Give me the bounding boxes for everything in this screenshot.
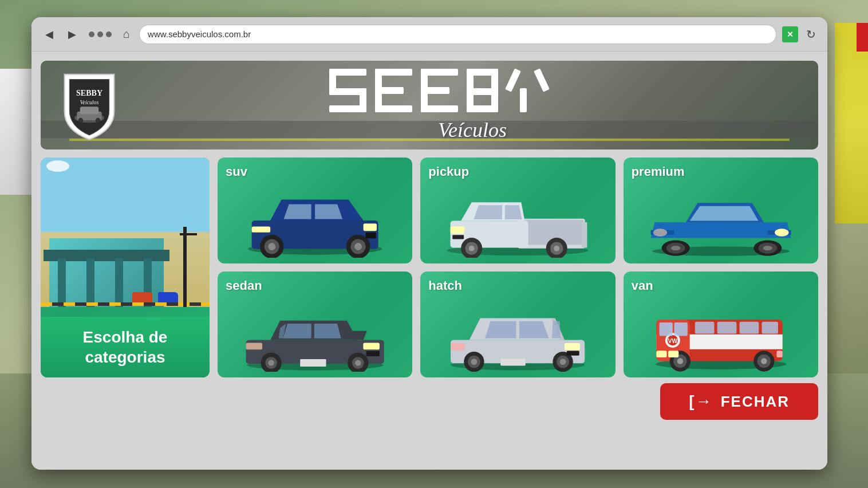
svg-point-62 [775,229,789,237]
svg-point-46 [469,246,475,251]
home-button[interactable]: ⌂ [120,25,133,43]
svg-point-80 [471,359,478,365]
category-suv[interactable]: suv [218,158,412,263]
svg-rect-74 [366,351,380,356]
refresh-button[interactable]: ↻ [804,25,818,44]
banner-brand-name [329,69,616,120]
dot-2 [97,32,103,37]
bottom-bar: [→ FECHAR [41,377,818,420]
svg-rect-108 [668,351,678,358]
dot-3 [106,32,112,37]
browser-window: ◀ ▶ ⌂ www.sebbyveiculos.com.br ✕ ↻ [31,17,827,470]
svg-text:Veículos: Veículos [80,99,99,105]
category-main-card: Escolha de categorias [41,158,210,377]
svg-rect-39 [252,226,271,232]
stop-button[interactable]: ✕ [782,26,798,42]
svg-rect-27 [534,69,550,92]
pickup-label: pickup [428,164,469,179]
svg-rect-25 [467,105,498,112]
logo-shield: SEBBY Veículos [58,68,121,143]
svg-rect-87 [501,359,526,365]
svg-point-49 [554,246,560,251]
svg-point-58 [671,246,680,251]
svg-rect-99 [739,322,759,334]
svg-rect-107 [656,351,666,358]
svg-text:SEBBY: SEBBY [76,88,102,97]
svg-rect-38 [366,233,376,238]
svg-rect-97 [695,322,714,334]
hatch-label: hatch [428,278,462,293]
svg-rect-51 [453,235,464,239]
svg-point-68 [268,360,274,365]
url-text: www.sebbyveiculos.com.br [148,29,251,39]
category-sedan[interactable]: sedan [218,271,412,377]
svg-rect-43 [451,221,528,248]
address-bar[interactable]: www.sebbyveiculos.com.br [139,25,776,44]
svg-point-63 [653,229,667,237]
svg-point-36 [354,243,362,250]
van-label: van [632,278,653,293]
svg-rect-86 [451,343,465,350]
category-pickup[interactable]: pickup [420,158,615,263]
svg-rect-26 [505,69,521,92]
svg-point-83 [560,359,566,365]
svg-point-6 [96,117,101,123]
svg-rect-50 [451,227,465,234]
svg-rect-15 [375,105,412,112]
svg-rect-85 [567,351,579,355]
dealership-image [41,158,210,307]
svg-point-33 [268,243,275,250]
forward-button[interactable]: ▶ [64,26,81,43]
svg-rect-84 [565,343,580,350]
fechar-icon: [→ [689,392,712,411]
category-hatch[interactable]: hatch [420,271,615,377]
category-van[interactable]: van VW [624,271,818,377]
close-x-icon: ✕ [787,30,794,39]
svg-rect-72 [363,343,380,349]
browser-content: SEBBY Veículos [31,52,827,470]
header-banner: SEBBY Veículos [41,61,818,149]
banner-title: Veículos [144,69,801,142]
svg-point-71 [355,360,361,365]
suv-label: suv [226,164,247,179]
svg-rect-14 [375,87,404,94]
premium-label: premium [632,164,685,179]
svg-rect-95 [659,322,672,336]
svg-rect-73 [246,343,263,349]
back-button[interactable]: ◀ [41,26,58,43]
svg-rect-75 [300,359,326,367]
svg-rect-18 [421,87,449,94]
fechar-button[interactable]: [→ FECHAR [660,383,818,420]
dots-menu[interactable] [89,32,112,37]
svg-rect-109 [776,351,782,358]
category-premium[interactable]: premium [624,158,818,263]
svg-point-103 [677,359,682,364]
svg-point-106 [761,359,767,364]
banner-subtitle: Veículos [438,118,507,142]
svg-rect-52 [582,222,587,248]
browser-toolbar: ◀ ▶ ⌂ www.sebbyveiculos.com.br ✕ ↻ [31,17,827,52]
category-main-label: Escolha de categorias [41,317,210,377]
svg-rect-100 [762,322,778,334]
category-grid: Escolha de categorias suv [41,158,818,377]
svg-rect-11 [329,105,366,112]
svg-rect-28 [520,88,527,112]
svg-point-61 [763,246,772,251]
dot-1 [89,32,94,37]
svg-rect-19 [421,105,458,112]
svg-rect-98 [717,322,736,334]
svg-rect-37 [364,223,377,231]
fechar-label: FECHAR [721,393,790,411]
svg-point-5 [78,117,84,123]
svg-rect-4 [80,107,99,114]
svg-text:VW: VW [668,339,677,345]
svg-rect-96 [674,322,687,336]
sedan-label: sedan [226,278,262,293]
